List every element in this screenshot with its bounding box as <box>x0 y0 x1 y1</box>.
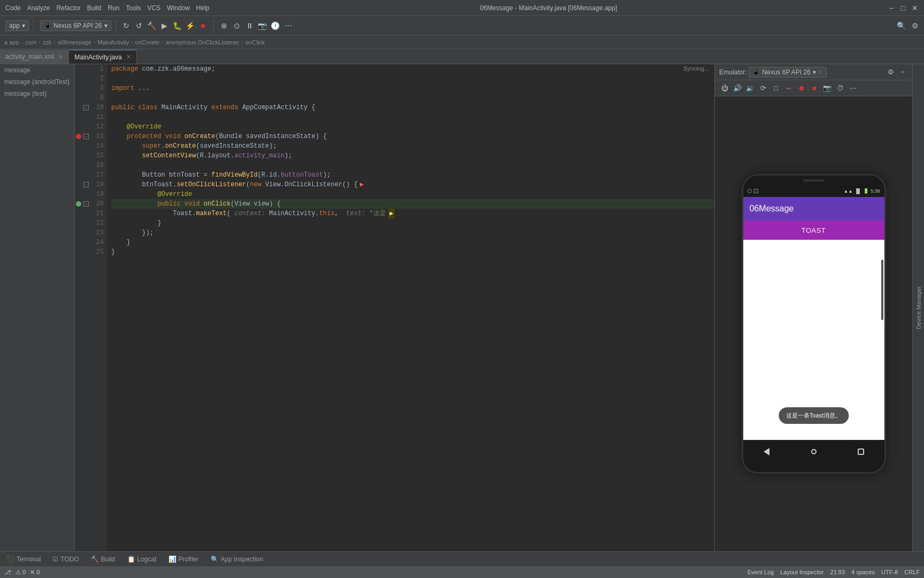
breakpoint-20[interactable] <box>76 201 81 207</box>
code-line-1: package com.zzk.a06message; <box>111 64 714 74</box>
stop-button[interactable]: ■ <box>197 20 209 32</box>
tab-activity-main-xml[interactable]: activity_main.xml ✕ <box>0 50 69 64</box>
menu-bar[interactable]: Code Analyze Refactor Build Run Tools VC… <box>5 4 210 12</box>
app-inspection-icon: 🔍 <box>211 556 219 563</box>
close-button[interactable]: ✕ <box>911 4 919 12</box>
app-selector[interactable]: app ▾ <box>5 20 29 31</box>
run-coverage-button[interactable]: ▶ <box>159 20 171 32</box>
breakpoint-13[interactable] <box>76 134 81 139</box>
pause-app-button[interactable]: ⏸ <box>244 20 256 32</box>
volume-down-button[interactable]: 🔉 <box>745 83 756 94</box>
phone-scrollbar[interactable] <box>881 260 883 320</box>
breadcrumb-a06message[interactable]: a06message <box>58 39 91 45</box>
sidebar-item-androidtest[interactable]: message (androidTest) <box>0 76 74 88</box>
emulator-minimize-button[interactable]: − <box>897 67 908 78</box>
code-line-3: import ... <box>111 83 714 93</box>
terminal-tab[interactable]: ⬛ Terminal <box>4 554 43 564</box>
layout-inspector-button[interactable]: Layout Inspector <box>780 569 823 575</box>
phone-toast-button[interactable]: TOAST <box>743 220 884 240</box>
emulator-device-selector[interactable]: 📱 Nexus 6P API 26 ▾ ✕ <box>749 67 827 78</box>
phone-container: ▪ ▲▲ ▐▌ 🔋 5:38 06Message TOAST <box>715 96 912 551</box>
sync-button[interactable]: ↻ <box>120 20 132 32</box>
attach-debugger-button[interactable]: ⊕ <box>218 20 230 32</box>
stop-em-button[interactable]: ■ <box>809 83 820 94</box>
more-em-button[interactable]: ⋯ <box>848 83 858 94</box>
back-em-button[interactable]: ← <box>783 83 794 94</box>
profile-button[interactable]: ⚡ <box>184 20 196 32</box>
todo-tab[interactable]: ☑ TODO <box>50 554 81 564</box>
build-tab[interactable]: 🔨 Build <box>89 554 118 564</box>
screenshot-button[interactable]: 📷 <box>257 20 268 32</box>
rotate-button[interactable]: ⟳ <box>758 83 768 94</box>
breadcrumb-app[interactable]: a app <box>4 39 19 45</box>
cam-em-button[interactable]: 📷 <box>822 83 833 94</box>
sidebar-item-test[interactable]: message (test) <box>0 88 74 100</box>
fold-marker-18[interactable]: − <box>83 182 89 187</box>
code-line-16 <box>111 161 714 170</box>
status-time: 5:38 <box>871 188 880 194</box>
menu-window[interactable]: Window <box>167 4 190 12</box>
phone-frame: ▪ ▲▲ ▐▌ 🔋 5:38 06Message TOAST <box>742 174 886 474</box>
menu-refactor[interactable]: Refactor <box>56 4 80 12</box>
debug-button[interactable]: 🐛 <box>172 20 183 32</box>
emulator-settings-button[interactable]: ⚙ <box>886 67 896 78</box>
code-line-23: }); <box>111 228 714 238</box>
minimize-button[interactable]: − <box>888 4 895 12</box>
app-inspection-tab[interactable]: 🔍 App Inspection <box>209 554 265 564</box>
title-bar: Code Analyze Refactor Build Run Tools VC… <box>0 0 924 16</box>
phone-status-bar: ▪ ▲▲ ▐▌ 🔋 5:38 <box>743 185 884 197</box>
record-button[interactable]: ⊙ <box>231 20 243 32</box>
code-line-19: @Override <box>111 189 714 199</box>
code-line-13: protected void onCreate(Bundle savedInst… <box>111 132 714 141</box>
menu-build[interactable]: Build <box>87 4 102 12</box>
breadcrumb-zzk[interactable]: zzk <box>43 39 52 45</box>
menu-run[interactable]: Run <box>107 4 119 12</box>
event-log-button[interactable]: Event Log <box>748 569 774 575</box>
menu-analyze[interactable]: Analyze <box>27 4 50 12</box>
power-button[interactable]: ⏻ <box>719 83 730 94</box>
redo-button[interactable]: ↺ <box>133 20 145 32</box>
code-content[interactable]: package com.zzk.a06message; import ... p… <box>107 64 714 551</box>
device-manager-tab[interactable]: Device Manager <box>912 64 924 551</box>
build-hammer-button[interactable]: 🔨 <box>146 20 158 32</box>
close-activity-main-tab[interactable]: ✕ <box>58 54 63 60</box>
volume-up-button[interactable]: 🔊 <box>732 83 743 94</box>
fold-marker-20[interactable]: − <box>83 201 89 207</box>
phone-back-button[interactable] <box>759 444 775 460</box>
logcat-tab[interactable]: 📋 Logcat <box>125 554 159 564</box>
window-controls[interactable]: − □ ✕ <box>888 4 919 12</box>
tab-mainactivity-java[interactable]: MainActivity.java ✕ <box>69 50 136 64</box>
menu-vcs[interactable]: VCS <box>147 4 160 12</box>
screenshot-em-button[interactable]: □ <box>771 83 781 94</box>
breadcrumb-oncreate[interactable]: onCreate <box>135 39 159 45</box>
clock-em-button[interactable]: ⏱ <box>835 83 845 94</box>
profiler-tab[interactable]: 📊 Profiler <box>166 554 201 564</box>
menu-help[interactable]: Help <box>196 4 210 12</box>
code-line-2 <box>111 74 714 83</box>
menu-code[interactable]: Code <box>5 4 21 12</box>
emulator-tab-close[interactable]: ✕ <box>818 69 823 75</box>
maximize-button[interactable]: □ <box>899 4 907 12</box>
breadcrumb-com[interactable]: com <box>25 39 36 45</box>
more-options-button[interactable]: ⋯ <box>282 20 294 32</box>
fold-marker-13[interactable]: − <box>83 134 89 139</box>
phone-bottom-bar <box>743 463 884 472</box>
tab-label-activity-main: activity_main.xml <box>5 53 54 60</box>
menu-tools[interactable]: Tools <box>126 4 141 12</box>
close-mainactivity-tab[interactable]: ✕ <box>126 54 131 60</box>
todo-label: TODO <box>60 556 79 563</box>
breadcrumb-listener[interactable]: anonymous OnClickListener <box>166 39 240 45</box>
sidebar-item-message[interactable]: message <box>0 64 74 76</box>
search-button[interactable]: 🔍 <box>895 20 907 32</box>
code-line-24: } <box>111 238 714 247</box>
breadcrumb-mainactivity[interactable]: MainActivity <box>98 39 129 45</box>
code-editor[interactable]: Syncing... 1 2 3 <box>75 64 714 551</box>
phone-home-button[interactable] <box>806 444 822 460</box>
fold-marker-10[interactable]: − <box>83 105 89 110</box>
clock-button[interactable]: 🕐 <box>270 20 281 32</box>
device-selector[interactable]: 📱 Nexus 6P API 26 ▾ <box>40 20 111 31</box>
settings-button[interactable]: ⚙ <box>909 20 921 32</box>
breadcrumb-onclick[interactable]: onClick <box>245 39 265 45</box>
phone-recents-button[interactable] <box>853 444 869 460</box>
record-em-button[interactable]: ⏺ <box>796 83 807 94</box>
